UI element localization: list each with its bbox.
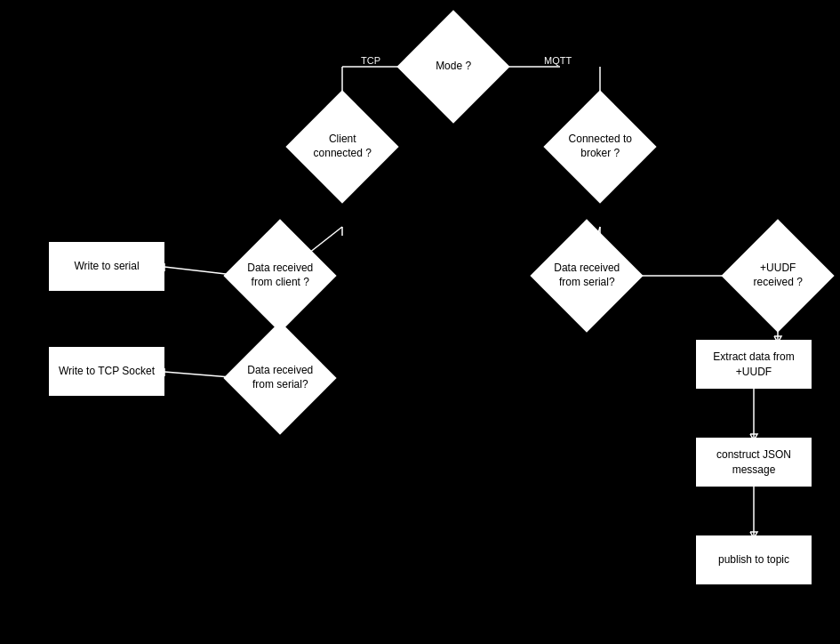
connected-broker-label: Connected to broker ? bbox=[564, 133, 636, 160]
client-connected-diamond: Client connected ? bbox=[285, 90, 398, 203]
client-connected-label: Client connected ? bbox=[307, 133, 378, 160]
data-received-serial-mqtt-diamond: Data received from serial? bbox=[530, 219, 643, 332]
data-received-client-label: Data received from client ? bbox=[244, 262, 316, 289]
publish-to-topic-box: publish to topic bbox=[696, 535, 812, 584]
diagram: Mode ? Client connected ? Connected to b… bbox=[0, 0, 840, 644]
write-to-serial-box: Write to serial bbox=[49, 242, 164, 291]
data-received-serial-tcp-label: Data received from serial? bbox=[244, 364, 316, 391]
data-received-serial-tcp-diamond: Data received from serial? bbox=[223, 321, 336, 434]
tcp-label: TCP bbox=[361, 55, 380, 66]
connected-broker-diamond: Connected to broker ? bbox=[543, 90, 656, 203]
data-received-client-diamond: Data received from client ? bbox=[223, 219, 336, 332]
data-received-serial-mqtt-label: Data received from serial? bbox=[551, 262, 622, 289]
mode-diamond-label: Mode ? bbox=[418, 60, 489, 74]
write-to-tcp-socket-box: Write to TCP Socket bbox=[49, 347, 164, 396]
mqtt-label: MQTT bbox=[544, 55, 572, 66]
uudf-received-diamond: +UUDF received ? bbox=[721, 219, 834, 332]
uudf-received-label: +UUDF received ? bbox=[742, 262, 813, 289]
construct-json-box: construct JSON message bbox=[696, 438, 812, 487]
extract-data-box: Extract data from +UUDF bbox=[696, 340, 812, 389]
mode-diamond: Mode ? bbox=[396, 10, 509, 123]
